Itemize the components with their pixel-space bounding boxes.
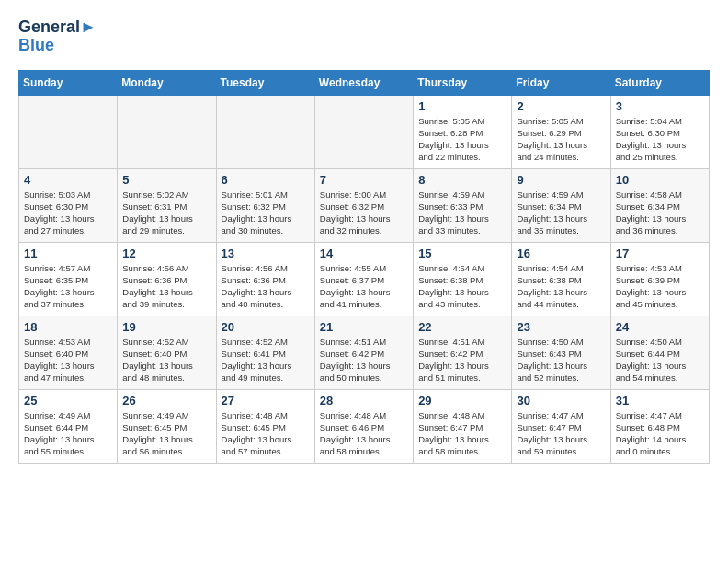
day-info: Sunrise: 4:56 AM Sunset: 6:36 PM Dayligh… bbox=[122, 262, 210, 311]
col-header-sunday: Sunday bbox=[19, 70, 118, 95]
day-number: 20 bbox=[222, 320, 310, 334]
day-info: Sunrise: 4:52 AM Sunset: 6:41 PM Dayligh… bbox=[222, 336, 310, 385]
day-number: 15 bbox=[418, 247, 506, 260]
day-info: Sunrise: 4:51 AM Sunset: 6:42 PM Dayligh… bbox=[320, 336, 408, 385]
day-info: Sunrise: 5:03 AM Sunset: 6:30 PM Dayligh… bbox=[24, 189, 112, 237]
day-info: Sunrise: 5:05 AM Sunset: 6:29 PM Dayligh… bbox=[517, 115, 605, 164]
week-row-3: 11Sunrise: 4:57 AM Sunset: 6:35 PM Dayli… bbox=[19, 242, 710, 316]
day-info: Sunrise: 4:53 AM Sunset: 6:39 PM Dayligh… bbox=[616, 262, 704, 311]
day-info: Sunrise: 4:54 AM Sunset: 6:38 PM Dayligh… bbox=[517, 262, 605, 311]
day-info: Sunrise: 4:48 AM Sunset: 6:47 PM Dayligh… bbox=[418, 409, 506, 458]
week-row-4: 18Sunrise: 4:53 AM Sunset: 6:40 PM Dayli… bbox=[19, 316, 710, 389]
day-info: Sunrise: 4:50 AM Sunset: 6:44 PM Dayligh… bbox=[616, 336, 704, 385]
day-info: Sunrise: 4:59 AM Sunset: 6:33 PM Dayligh… bbox=[418, 189, 506, 237]
day-info: Sunrise: 4:48 AM Sunset: 6:45 PM Dayligh… bbox=[222, 409, 310, 458]
calendar-cell: 27Sunrise: 4:48 AM Sunset: 6:45 PM Dayli… bbox=[216, 389, 314, 463]
day-number: 17 bbox=[616, 247, 704, 260]
calendar-cell: 4Sunrise: 5:03 AM Sunset: 6:30 PM Daylig… bbox=[19, 168, 118, 242]
col-header-saturday: Saturday bbox=[610, 70, 709, 95]
calendar-cell: 12Sunrise: 4:56 AM Sunset: 6:36 PM Dayli… bbox=[118, 242, 216, 316]
col-header-monday: Monday bbox=[118, 70, 216, 95]
calendar-cell: 30Sunrise: 4:47 AM Sunset: 6:47 PM Dayli… bbox=[512, 389, 610, 463]
day-number: 2 bbox=[517, 99, 605, 113]
calendar-cell bbox=[216, 95, 314, 168]
calendar-cell bbox=[118, 95, 216, 168]
day-info: Sunrise: 4:47 AM Sunset: 6:47 PM Dayligh… bbox=[517, 409, 605, 458]
calendar-cell: 6Sunrise: 5:01 AM Sunset: 6:32 PM Daylig… bbox=[216, 168, 314, 242]
calendar-cell: 13Sunrise: 4:56 AM Sunset: 6:36 PM Dayli… bbox=[216, 242, 314, 316]
day-info: Sunrise: 4:53 AM Sunset: 6:40 PM Dayligh… bbox=[24, 336, 112, 385]
col-header-thursday: Thursday bbox=[414, 70, 512, 95]
day-number: 30 bbox=[517, 394, 605, 408]
calendar-cell: 5Sunrise: 5:02 AM Sunset: 6:31 PM Daylig… bbox=[118, 168, 216, 242]
col-header-tuesday: Tuesday bbox=[216, 70, 314, 95]
week-row-2: 4Sunrise: 5:03 AM Sunset: 6:30 PM Daylig… bbox=[19, 168, 710, 242]
day-info: Sunrise: 4:49 AM Sunset: 6:45 PM Dayligh… bbox=[122, 409, 210, 458]
day-info: Sunrise: 5:05 AM Sunset: 6:28 PM Dayligh… bbox=[418, 115, 506, 164]
calendar-cell: 9Sunrise: 4:59 AM Sunset: 6:34 PM Daylig… bbox=[512, 168, 610, 242]
day-number: 16 bbox=[517, 247, 605, 260]
calendar-cell: 26Sunrise: 4:49 AM Sunset: 6:45 PM Dayli… bbox=[118, 389, 216, 463]
day-number: 11 bbox=[24, 247, 112, 260]
day-number: 9 bbox=[517, 173, 605, 187]
calendar-cell: 7Sunrise: 5:00 AM Sunset: 6:32 PM Daylig… bbox=[314, 168, 413, 242]
day-number: 6 bbox=[222, 173, 310, 187]
day-number: 22 bbox=[418, 320, 506, 334]
day-number: 21 bbox=[320, 320, 408, 334]
day-number: 25 bbox=[24, 394, 112, 408]
week-row-5: 25Sunrise: 4:49 AM Sunset: 6:44 PM Dayli… bbox=[19, 389, 710, 463]
day-number: 26 bbox=[122, 394, 210, 408]
col-header-friday: Friday bbox=[512, 70, 610, 95]
calendar-cell bbox=[314, 95, 413, 168]
day-number: 7 bbox=[320, 173, 408, 187]
day-info: Sunrise: 4:52 AM Sunset: 6:40 PM Dayligh… bbox=[122, 336, 210, 385]
calendar-cell bbox=[19, 95, 118, 168]
day-info: Sunrise: 5:04 AM Sunset: 6:30 PM Dayligh… bbox=[616, 115, 704, 164]
calendar-cell: 28Sunrise: 4:48 AM Sunset: 6:46 PM Dayli… bbox=[314, 389, 413, 463]
day-number: 19 bbox=[122, 320, 210, 334]
day-info: Sunrise: 5:02 AM Sunset: 6:31 PM Dayligh… bbox=[122, 189, 210, 237]
day-info: Sunrise: 4:49 AM Sunset: 6:44 PM Dayligh… bbox=[24, 409, 112, 458]
col-header-wednesday: Wednesday bbox=[314, 70, 413, 95]
calendar-cell: 24Sunrise: 4:50 AM Sunset: 6:44 PM Dayli… bbox=[610, 316, 709, 389]
calendar-cell: 20Sunrise: 4:52 AM Sunset: 6:41 PM Dayli… bbox=[216, 316, 314, 389]
week-row-1: 1Sunrise: 5:05 AM Sunset: 6:28 PM Daylig… bbox=[19, 95, 710, 168]
day-number: 14 bbox=[320, 247, 408, 260]
day-number: 23 bbox=[517, 320, 605, 334]
calendar-cell: 19Sunrise: 4:52 AM Sunset: 6:40 PM Dayli… bbox=[118, 316, 216, 389]
day-number: 31 bbox=[616, 394, 704, 408]
calendar-cell: 10Sunrise: 4:58 AM Sunset: 6:34 PM Dayli… bbox=[610, 168, 709, 242]
day-number: 18 bbox=[24, 320, 112, 334]
day-info: Sunrise: 4:50 AM Sunset: 6:43 PM Dayligh… bbox=[517, 336, 605, 385]
calendar-cell: 2Sunrise: 5:05 AM Sunset: 6:29 PM Daylig… bbox=[512, 95, 610, 168]
day-info: Sunrise: 4:48 AM Sunset: 6:46 PM Dayligh… bbox=[320, 409, 408, 458]
day-number: 28 bbox=[320, 394, 408, 408]
day-info: Sunrise: 4:47 AM Sunset: 6:48 PM Dayligh… bbox=[616, 409, 704, 458]
calendar-cell: 29Sunrise: 4:48 AM Sunset: 6:47 PM Dayli… bbox=[414, 389, 512, 463]
day-info: Sunrise: 5:00 AM Sunset: 6:32 PM Dayligh… bbox=[320, 189, 408, 237]
day-number: 1 bbox=[418, 99, 506, 113]
calendar-table: SundayMondayTuesdayWednesdayThursdayFrid… bbox=[18, 70, 710, 464]
calendar-cell: 25Sunrise: 4:49 AM Sunset: 6:44 PM Dayli… bbox=[19, 389, 118, 463]
day-number: 27 bbox=[222, 394, 310, 408]
calendar-cell: 31Sunrise: 4:47 AM Sunset: 6:48 PM Dayli… bbox=[610, 389, 709, 463]
day-info: Sunrise: 5:01 AM Sunset: 6:32 PM Dayligh… bbox=[222, 189, 310, 237]
day-number: 13 bbox=[222, 247, 310, 260]
logo: General► Blue bbox=[18, 18, 97, 55]
day-info: Sunrise: 4:51 AM Sunset: 6:42 PM Dayligh… bbox=[418, 336, 506, 385]
calendar-cell: 22Sunrise: 4:51 AM Sunset: 6:42 PM Dayli… bbox=[414, 316, 512, 389]
day-info: Sunrise: 4:57 AM Sunset: 6:35 PM Dayligh… bbox=[24, 262, 112, 311]
calendar-cell: 3Sunrise: 5:04 AM Sunset: 6:30 PM Daylig… bbox=[610, 95, 709, 168]
calendar-cell: 17Sunrise: 4:53 AM Sunset: 6:39 PM Dayli… bbox=[610, 242, 709, 316]
day-info: Sunrise: 4:58 AM Sunset: 6:34 PM Dayligh… bbox=[616, 189, 704, 237]
calendar-cell: 21Sunrise: 4:51 AM Sunset: 6:42 PM Dayli… bbox=[314, 316, 413, 389]
day-info: Sunrise: 4:59 AM Sunset: 6:34 PM Dayligh… bbox=[517, 189, 605, 237]
day-info: Sunrise: 4:55 AM Sunset: 6:37 PM Dayligh… bbox=[320, 262, 408, 311]
day-number: 3 bbox=[616, 99, 704, 113]
logo-text: General► bbox=[18, 18, 97, 37]
logo-blue: Blue bbox=[18, 37, 97, 55]
day-number: 24 bbox=[616, 320, 704, 334]
day-number: 12 bbox=[122, 247, 210, 260]
calendar-cell: 15Sunrise: 4:54 AM Sunset: 6:38 PM Dayli… bbox=[414, 242, 512, 316]
day-number: 29 bbox=[418, 394, 506, 408]
